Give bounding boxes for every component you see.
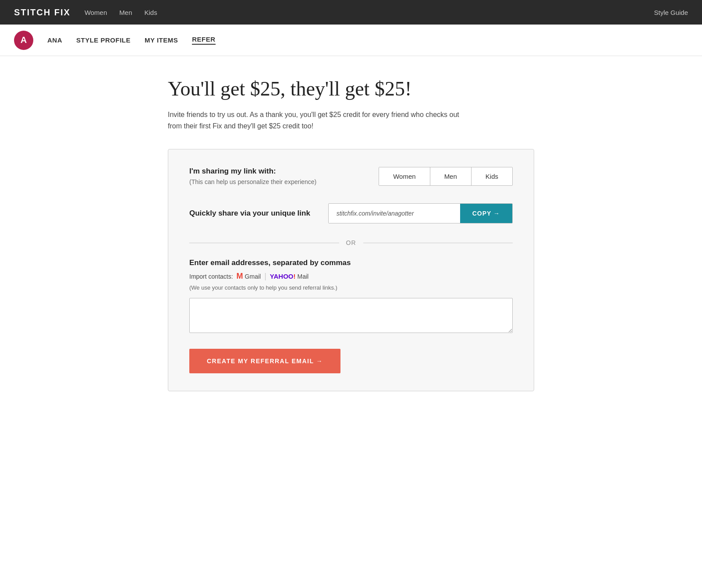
- tab-my-items[interactable]: MY ITEMS: [145, 36, 178, 44]
- yahoo-label: Mail: [297, 273, 308, 280]
- pipe-divider: |: [264, 272, 266, 281]
- link-section: Quickly share via your unique link COPY …: [189, 203, 513, 223]
- gmail-link[interactable]: M Gmail: [237, 272, 261, 281]
- audience-btn-men[interactable]: Men: [430, 167, 472, 185]
- audience-btn-kids[interactable]: Kids: [472, 167, 512, 185]
- top-navigation: STITCH FIX Women Men Kids Style Guide: [0, 0, 702, 25]
- tab-style-profile[interactable]: STYLE PROFILE: [76, 36, 131, 44]
- import-label: Import contacts:: [189, 273, 233, 280]
- gmail-icon: M: [237, 272, 243, 281]
- main-content: You'll get $25, they'll get $25! Invite …: [154, 56, 548, 419]
- link-copy-row: COPY →: [328, 203, 513, 223]
- avatar: A: [14, 31, 33, 50]
- yahoo-icon: YAHOO!: [270, 273, 296, 280]
- yahoo-link[interactable]: YAHOO! Mail: [270, 273, 308, 280]
- username-label: ANA: [47, 36, 62, 44]
- referral-card: I'm sharing my link with: (This can help…: [168, 149, 534, 391]
- style-guide-link[interactable]: Style Guide: [654, 9, 688, 16]
- or-divider: OR: [189, 239, 513, 246]
- nav-women[interactable]: Women: [85, 9, 107, 16]
- email-addresses-input[interactable]: [189, 298, 513, 333]
- sharing-label-title: I'm sharing my link with:: [189, 167, 365, 176]
- sharing-section: I'm sharing my link with: (This can help…: [189, 167, 513, 186]
- import-contacts-row: Import contacts: M Gmail | YAHOO! Mail: [189, 272, 513, 281]
- sub-nav-links: STYLE PROFILE MY ITEMS REFER: [76, 35, 216, 45]
- hero-title: You'll get $25, they'll get $25!: [168, 77, 534, 100]
- sharing-label-sub: (This can help us personalize their expe…: [189, 178, 365, 185]
- top-nav-links: Women Men Kids: [85, 9, 654, 16]
- audience-buttons: Women Men Kids: [379, 167, 513, 186]
- email-section-title: Enter email addresses, separated by comm…: [189, 259, 513, 267]
- email-section: Enter email addresses, separated by comm…: [189, 259, 513, 335]
- nav-men[interactable]: Men: [119, 9, 132, 16]
- tab-refer[interactable]: REFER: [192, 35, 215, 45]
- contacts-note: (We use your contacts only to help you s…: [189, 284, 513, 291]
- copy-button[interactable]: COPY →: [460, 204, 512, 223]
- gmail-label: Gmail: [245, 273, 261, 280]
- divider-line-left: [189, 243, 339, 243]
- unique-link-input[interactable]: [329, 204, 460, 223]
- nav-kids[interactable]: Kids: [145, 9, 157, 16]
- audience-btn-women[interactable]: Women: [379, 167, 430, 185]
- hero-subtitle: Invite friends to try us out. As a thank…: [168, 109, 466, 131]
- or-text: OR: [346, 239, 356, 246]
- create-referral-email-button[interactable]: CREATE MY REFERRAL EMAIL →: [189, 349, 340, 373]
- sharing-label: I'm sharing my link with: (This can help…: [189, 167, 365, 185]
- sub-navigation: A ANA STYLE PROFILE MY ITEMS REFER: [0, 25, 702, 56]
- brand-logo: STITCH FIX: [14, 7, 71, 18]
- link-label: Quickly share via your unique link: [189, 209, 314, 218]
- divider-line-right: [363, 243, 513, 243]
